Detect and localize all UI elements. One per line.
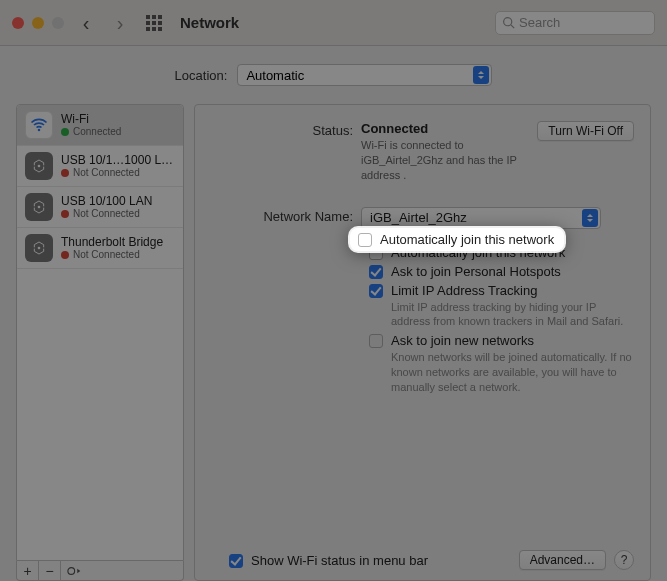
auto-join-checkbox-highlight[interactable] bbox=[358, 233, 372, 247]
limit-ip-label: Limit IP Address Tracking bbox=[391, 283, 634, 298]
close-window-button[interactable] bbox=[12, 17, 24, 29]
svg-point-2 bbox=[38, 129, 41, 132]
window-title: Network bbox=[180, 14, 239, 31]
location-select[interactable]: Automatic bbox=[237, 64, 492, 86]
detail-panel: Status: Connected Wi-Fi is connected to … bbox=[194, 104, 651, 581]
back-button[interactable]: ‹ bbox=[74, 11, 98, 35]
network-name-label: Network Name: bbox=[211, 207, 361, 229]
status-dot-icon bbox=[61, 210, 69, 218]
sidebar-item-label: USB 10/100 LAN bbox=[61, 194, 152, 208]
search-icon bbox=[502, 16, 515, 29]
sidebar-item-label: Thunderbolt Bridge bbox=[61, 235, 163, 249]
ethernet-icon bbox=[25, 193, 53, 221]
status-label: Status: bbox=[211, 121, 361, 183]
sidebar-item-usb-lan-2[interactable]: USB 10/100 LAN Not Connected bbox=[17, 187, 183, 228]
network-name-value: iGB_Airtel_2Ghz bbox=[370, 210, 467, 225]
sidebar-item-usb-lan-1[interactable]: USB 10/1…1000 LAN Not Connected bbox=[17, 146, 183, 187]
svg-point-6 bbox=[68, 567, 75, 574]
location-value: Automatic bbox=[246, 68, 304, 83]
status-dot-icon bbox=[61, 169, 69, 177]
minimize-window-button[interactable] bbox=[32, 17, 44, 29]
svg-point-4 bbox=[38, 206, 41, 209]
sidebar-item-label: Wi-Fi bbox=[61, 112, 121, 126]
location-row: Location: Automatic bbox=[16, 64, 651, 86]
network-name-select[interactable]: iGB_Airtel_2Ghz bbox=[361, 207, 601, 229]
help-button[interactable]: ? bbox=[614, 550, 634, 570]
auto-join-label-highlight: Automatically join this network bbox=[380, 232, 554, 247]
ask-new-label: Ask to join new networks bbox=[391, 333, 634, 348]
select-arrows-icon bbox=[473, 66, 489, 84]
sidebar-item-wifi[interactable]: Wi-Fi Connected bbox=[17, 105, 183, 146]
zoom-window-button bbox=[52, 17, 64, 29]
show-all-button[interactable] bbox=[142, 11, 166, 35]
action-menu-icon bbox=[66, 565, 84, 577]
select-arrows-icon bbox=[582, 209, 598, 227]
sidebar-item-thunderbolt[interactable]: Thunderbolt Bridge Not Connected bbox=[17, 228, 183, 269]
search-field[interactable]: Search bbox=[495, 11, 655, 35]
service-list: Wi-Fi Connected USB 10/1…1000 LAN Not Co… bbox=[16, 104, 184, 561]
limit-ip-checkbox[interactable] bbox=[369, 284, 383, 298]
status-description: Wi-Fi is connected to iGB_Airtel_2Ghz an… bbox=[361, 138, 527, 183]
location-label: Location: bbox=[175, 68, 228, 83]
service-actions-button[interactable] bbox=[61, 561, 89, 580]
highlight-auto-join: Automatically join this network bbox=[350, 228, 564, 251]
ask-hotspot-checkbox[interactable] bbox=[369, 265, 383, 279]
svg-point-3 bbox=[38, 165, 41, 168]
thunderbolt-icon bbox=[25, 234, 53, 262]
ask-hotspot-label: Ask to join Personal Hotspots bbox=[391, 264, 561, 279]
ask-new-checkbox[interactable] bbox=[369, 334, 383, 348]
show-menu-label: Show Wi-Fi status in menu bar bbox=[251, 553, 428, 568]
ethernet-icon bbox=[25, 152, 53, 180]
svg-line-1 bbox=[511, 25, 514, 28]
ask-new-desc: Known networks will be joined automatica… bbox=[391, 350, 634, 395]
status-dot-icon bbox=[61, 251, 69, 259]
service-sidebar: Wi-Fi Connected USB 10/1…1000 LAN Not Co… bbox=[16, 104, 184, 581]
status-dot-icon bbox=[61, 128, 69, 136]
svg-point-5 bbox=[38, 247, 41, 250]
advanced-button[interactable]: Advanced… bbox=[519, 550, 606, 570]
search-placeholder: Search bbox=[519, 15, 560, 30]
svg-point-0 bbox=[504, 18, 512, 26]
content-area: Location: Automatic Wi-Fi Connected bbox=[0, 46, 667, 581]
turn-wifi-off-button[interactable]: Turn Wi-Fi Off bbox=[537, 121, 634, 141]
limit-ip-desc: Limit IP address tracking by hiding your… bbox=[391, 300, 634, 330]
status-value: Connected bbox=[361, 121, 428, 136]
wifi-icon bbox=[25, 111, 53, 139]
sidebar-footer: + − bbox=[16, 561, 184, 581]
show-menu-checkbox[interactable] bbox=[229, 554, 243, 568]
remove-service-button[interactable]: − bbox=[39, 561, 61, 580]
window-controls bbox=[12, 17, 64, 29]
grid-icon bbox=[146, 15, 162, 31]
toolbar: ‹ › Network Search bbox=[0, 0, 667, 46]
sidebar-item-label: USB 10/1…1000 LAN bbox=[61, 153, 175, 167]
forward-button: › bbox=[108, 11, 132, 35]
add-service-button[interactable]: + bbox=[17, 561, 39, 580]
